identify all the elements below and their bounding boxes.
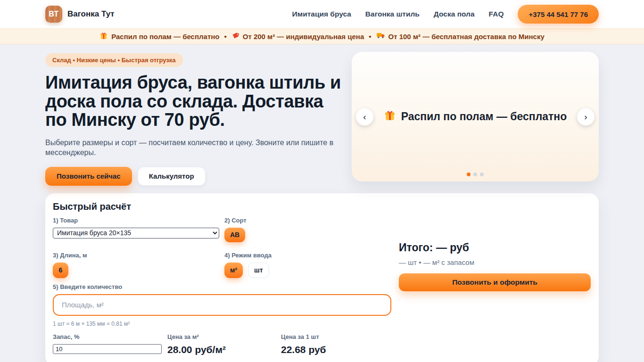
phone-button[interactable]: +375 44 541 77 76 (518, 5, 599, 24)
main-nav: Имитация бруса Вагонка штиль Доска пола … (292, 5, 599, 24)
gift-icon (99, 32, 108, 41)
promo-item-delivery: От 100 м² — бесплатная доставка по Минск… (376, 31, 545, 41)
promo-separator: • (369, 33, 371, 41)
price-m2-label: Цена за м² (167, 333, 281, 340)
mode-pcs-chip[interactable]: шт (248, 263, 269, 278)
grade-label: 2) Сорт (224, 217, 391, 224)
price-pcs-label: Цена за 1 шт (281, 333, 391, 340)
carousel-dot-1[interactable] (467, 173, 471, 176)
hero-badge: Склад • Низкие цены • Быстрая отгрузка (45, 53, 183, 67)
nav-link-faq[interactable]: FAQ (489, 10, 504, 18)
product-label: 1) Товар (53, 217, 224, 224)
reserve-label: Запас, % (53, 333, 167, 340)
mode-m2-chip[interactable]: м² (224, 263, 243, 278)
calc-title: Быстрый расчёт (53, 201, 591, 212)
length-label: 3) Длина, м (53, 252, 224, 259)
hero-cta-group: Позвонить сейчас Калькулятор (45, 167, 345, 186)
price-m2-value: 28.00 руб/м² (167, 344, 281, 355)
call-and-order-button[interactable]: Позвонить и оформить (399, 273, 591, 291)
chevron-right-icon: › (584, 112, 587, 121)
carousel-next-button[interactable]: › (577, 108, 594, 125)
carousel-slide: Распил по полам — бесплатно (352, 52, 599, 181)
promo-carousel: Распил по полам — бесплатно ‹ › (352, 52, 599, 181)
calculator-button[interactable]: Калькулятор (138, 167, 206, 186)
calc-summary: Итого: — руб — шт • — м² с запасом Позво… (399, 241, 591, 291)
nav-link-vagonka-shtil[interactable]: Вагонка штиль (365, 10, 420, 18)
carousel-dot-3[interactable] (480, 173, 484, 176)
call-now-button[interactable]: Позвонить сейчас (45, 167, 132, 186)
quantity-input[interactable] (53, 294, 391, 316)
brand-logo-icon: ВТ (45, 6, 62, 23)
hero-subtitle: Выберите размеры и сорт — посчитаем коли… (45, 138, 345, 157)
brand-name: Вагонка Тут (67, 9, 115, 19)
calc-form: 1) Товар Имитация бруса 20×135 2) Сорт А… (53, 212, 391, 355)
carousel-dot-2[interactable] (473, 173, 477, 176)
carousel-slide-text: Распил по полам — бесплатно (401, 110, 567, 123)
truck-icon (376, 31, 385, 41)
total-title: Итого: — руб (399, 241, 591, 254)
mode-label: 4) Режим ввода (224, 252, 391, 259)
hero-content: Склад • Низкие цены • Быстрая отгрузка И… (45, 52, 345, 186)
carousel-dots (352, 173, 599, 176)
hero-section: Склад • Низкие цены • Быстрая отгрузка И… (45, 44, 599, 186)
promo-item-price: От 200 м² — индивидуальная цена (231, 32, 364, 41)
quantity-hint: 1 шт = 6 м × 135 мм = 0.81 м² (53, 321, 391, 327)
length-6-chip[interactable]: 6 (53, 263, 68, 278)
product-select[interactable]: Имитация бруса 20×135 (53, 228, 219, 239)
nav-link-imitatsiya-brusa[interactable]: Имитация бруса (292, 10, 351, 18)
tag-icon (231, 32, 239, 41)
promo-bar: Распил по полам — бесплатно • От 200 м² … (0, 28, 644, 44)
grade-av-chip[interactable]: АВ (224, 228, 245, 242)
price-pcs-value: 22.68 руб (281, 344, 391, 355)
promo-item-raspil: Распил по полам — бесплатно (99, 32, 219, 41)
total-subtitle: — шт • — м² с запасом (399, 258, 591, 266)
gift-icon (384, 109, 396, 124)
carousel-prev-button[interactable]: ‹ (356, 108, 373, 125)
quick-calc-card: Быстрый расчёт 1) Товар Имитация бруса 2… (45, 193, 599, 362)
brand-logo-text: ВТ (49, 10, 58, 18)
quantity-label: 5) Введите количество (53, 283, 391, 290)
brand: ВТ Вагонка Тут (45, 6, 115, 23)
chevron-left-icon: ‹ (363, 112, 366, 121)
promo-separator: • (224, 33, 226, 41)
hero-title: Имитация бруса, вагонка штиль и доска по… (45, 74, 345, 130)
reserve-input[interactable] (53, 344, 162, 354)
header: ВТ Вагонка Тут Имитация бруса Вагонка шт… (0, 0, 644, 28)
nav-link-doska-pola[interactable]: Доска пола (434, 10, 475, 18)
